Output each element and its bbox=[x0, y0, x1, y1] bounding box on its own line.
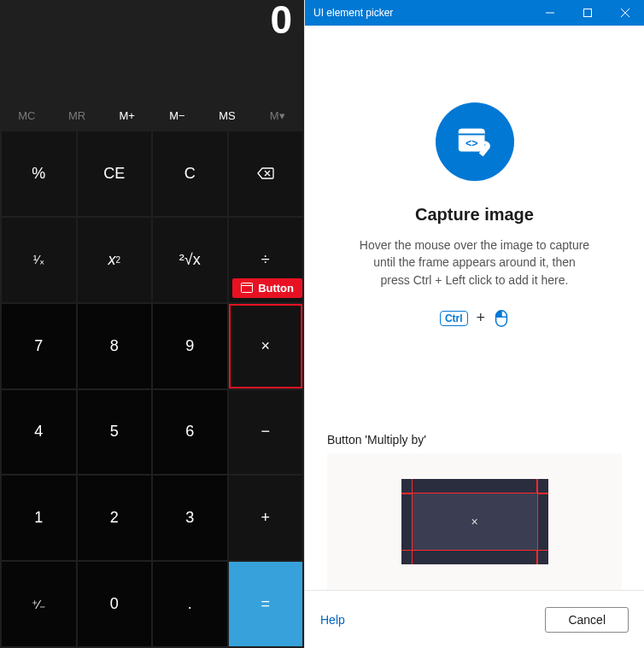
memory-list: M▾ bbox=[252, 109, 302, 122]
square-button[interactable]: x2 bbox=[78, 218, 152, 302]
minus-button[interactable]: − bbox=[229, 390, 303, 475]
svg-rect-3 bbox=[584, 9, 592, 17]
svg-rect-0 bbox=[242, 283, 253, 293]
shortcut-hint: Ctrl + bbox=[440, 309, 509, 328]
digit-1-button[interactable]: 1 bbox=[2, 476, 76, 560]
memory-add[interactable]: M+ bbox=[102, 109, 152, 122]
help-link[interactable]: Help bbox=[320, 613, 345, 627]
memory-store[interactable]: MS bbox=[202, 109, 253, 122]
picker-title: UI element picker bbox=[313, 7, 393, 19]
ctrl-key-badge: Ctrl bbox=[440, 311, 468, 326]
reciprocal-button[interactable]: ¹⁄ₓ bbox=[2, 218, 76, 302]
percent-button[interactable]: % bbox=[2, 131, 76, 216]
plus-button[interactable]: + bbox=[229, 476, 303, 560]
calc-keypad: % CE C ¹⁄ₓ x2 ²√x ÷ 7 8 9 × Button 4 5 6… bbox=[0, 130, 304, 648]
minimize-button[interactable] bbox=[531, 0, 569, 26]
capture-heading: Capture image bbox=[415, 205, 534, 225]
minimize-icon bbox=[546, 9, 554, 17]
element-type-badge: Button bbox=[232, 278, 302, 298]
captured-thumbnail: × bbox=[401, 479, 548, 564]
digit-4-button[interactable]: 4 bbox=[2, 390, 76, 475]
negate-button[interactable]: ⁺⁄₋ bbox=[2, 562, 76, 646]
clear-button[interactable]: C bbox=[153, 131, 227, 216]
cancel-button[interactable]: Cancel bbox=[545, 607, 629, 633]
memory-bar: MC MR M+ M− MS M▾ bbox=[0, 101, 304, 130]
maximize-icon bbox=[583, 9, 592, 17]
digit-2-button[interactable]: 2 bbox=[78, 476, 152, 560]
memory-clear: MC bbox=[2, 109, 52, 122]
digit-8-button[interactable]: 8 bbox=[78, 304, 152, 388]
digit-3-button[interactable]: 3 bbox=[153, 476, 227, 560]
close-icon bbox=[621, 9, 629, 17]
multiply-button[interactable]: × Button bbox=[229, 304, 303, 388]
decimal-button[interactable]: . bbox=[153, 562, 227, 646]
memory-subtract[interactable]: M− bbox=[152, 109, 202, 122]
digit-9-button[interactable]: 9 bbox=[153, 304, 227, 388]
clear-entry-button[interactable]: CE bbox=[78, 131, 152, 216]
backspace-icon bbox=[257, 167, 274, 179]
digit-7-button[interactable]: 7 bbox=[2, 304, 76, 388]
backspace-button[interactable] bbox=[229, 131, 303, 216]
digit-6-button[interactable]: 6 bbox=[153, 390, 227, 475]
square-root-button[interactable]: ²√x bbox=[153, 218, 227, 302]
capture-hero-icon: <> bbox=[436, 102, 514, 181]
calculator-app: 0 MC MR M+ M− MS M▾ % CE C ¹⁄ₓ x2 ²√x ÷ … bbox=[0, 0, 304, 648]
digit-0-button[interactable]: 0 bbox=[78, 562, 152, 646]
svg-text:<>: <> bbox=[465, 137, 477, 149]
mouse-left-click-icon bbox=[494, 309, 509, 328]
captured-element-label: Button 'Multiply by' bbox=[327, 433, 426, 447]
picker-titlebar: UI element picker bbox=[305, 0, 644, 26]
browser-wrench-icon: <> bbox=[455, 122, 495, 161]
ui-element-picker-panel: UI element picker <> Capture image Hover… bbox=[304, 0, 644, 648]
capture-instructions: Hover the mouse over the image to captur… bbox=[360, 236, 589, 289]
picker-footer: Help Cancel bbox=[305, 590, 644, 648]
close-button[interactable] bbox=[606, 0, 644, 26]
equals-button[interactable]: = bbox=[229, 562, 303, 646]
plus-icon: + bbox=[477, 309, 486, 327]
calc-display: 0 bbox=[0, 0, 304, 41]
memory-recall: MR bbox=[52, 109, 102, 122]
captured-preview: × bbox=[327, 453, 622, 590]
digit-5-button[interactable]: 5 bbox=[78, 390, 152, 475]
svg-rect-8 bbox=[458, 133, 484, 135]
window-icon bbox=[241, 283, 253, 293]
captured-thumbnail-inner: × bbox=[412, 493, 538, 551]
maximize-button[interactable] bbox=[569, 0, 606, 26]
